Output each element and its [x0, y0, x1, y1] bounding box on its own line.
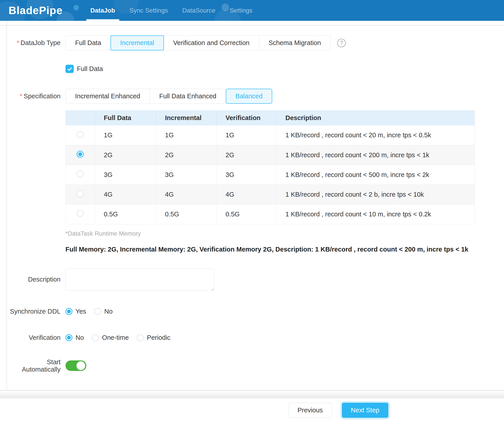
verification-periodic-option[interactable]: Periodic: [137, 334, 170, 341]
datajob-type-full-data-button[interactable]: Full Data: [66, 35, 111, 50]
header-bubble-decoration: [73, 5, 79, 10]
spec-table: Full Data Incremental Verification Descr…: [66, 110, 475, 224]
next-step-button[interactable]: Next Step: [342, 403, 388, 418]
toggle-knob: [77, 361, 85, 370]
spec-radio-4g[interactable]: [77, 190, 84, 197]
cell-full-data: 3G: [95, 165, 156, 185]
start-automatically-toggle[interactable]: [66, 360, 86, 371]
ddl-no-radio[interactable]: [94, 308, 101, 315]
spec-table-header-row: Full Data Incremental Verification Descr…: [66, 110, 475, 125]
spec-table-row-2g[interactable]: 2G 2G 2G 1 KB/record , record count < 20…: [66, 145, 475, 165]
verification-group: No One-time Periodic: [66, 334, 179, 341]
verification-label: Verification: [7, 334, 66, 341]
spec-table-row-3g[interactable]: 3G 3G 3G 1 KB/record , record count < 50…: [66, 165, 475, 185]
description-textarea[interactable]: [66, 268, 214, 291]
spec-col-incremental: Incremental: [156, 110, 216, 125]
app-root: BladePipe DataJob Sync Settings DataSour…: [0, 0, 504, 422]
ddl-yes-radio[interactable]: [66, 308, 72, 315]
start-automatically-row: Start Automatically: [7, 358, 504, 373]
verification-no-radio[interactable]: [66, 334, 72, 341]
nav-tab-sync-settings[interactable]: Sync Settings: [122, 0, 175, 21]
cell-verification: 4G: [216, 185, 276, 204]
cell-full-data: 1G: [95, 125, 156, 145]
verification-one-time-label: One-time: [102, 334, 129, 341]
full-data-checkbox-row[interactable]: Full Data: [66, 65, 504, 73]
cell-incremental: 2G: [156, 145, 216, 165]
nav-tab-settings[interactable]: Settings: [223, 0, 260, 21]
spec-radio-05g[interactable]: [77, 210, 84, 217]
datajob-type-label: *DataJob Type: [7, 39, 66, 47]
verification-no-option[interactable]: No: [66, 334, 84, 341]
cell-description: 1 KB/record , record count < 2 b, incre …: [276, 185, 475, 204]
datajob-type-schema-migration-button[interactable]: Schema Migration: [259, 35, 331, 50]
cell-verification: 3G: [216, 165, 276, 185]
cell-incremental: 1G: [156, 125, 216, 145]
cell-verification: 1G: [216, 125, 276, 145]
cell-full-data: 4G: [95, 185, 156, 204]
spec-col-radio: [66, 110, 95, 125]
specification-label: *Specification: [7, 93, 66, 100]
cell-verification: 2G: [216, 145, 276, 165]
spec-col-full-data: Full Data: [95, 110, 156, 125]
required-asterisk: *: [20, 93, 22, 100]
datajob-type-row: *DataJob Type Full Data Incremental Veri…: [7, 35, 504, 50]
full-data-checkbox-label: Full Data: [77, 65, 103, 73]
nav-tab-label: DataJob: [90, 7, 115, 14]
verification-periodic-label: Periodic: [147, 334, 170, 341]
cell-description: 1 KB/record , record count < 200 m, incr…: [276, 145, 475, 165]
nav-tab-label: DataSource: [182, 7, 216, 14]
cell-description: 1 KB/record , record count < 10 m, incre…: [276, 204, 475, 224]
datajob-form: *DataJob Type Full Data Incremental Veri…: [7, 25, 504, 373]
datajob-type-verification-button[interactable]: Verification and Correction: [164, 35, 259, 50]
help-icon[interactable]: ?: [337, 39, 346, 47]
panel-shadow: [0, 391, 504, 398]
spec-balanced-button[interactable]: Balanced: [226, 89, 272, 104]
cell-incremental: 0.5G: [156, 204, 216, 224]
cell-incremental: 3G: [156, 165, 216, 185]
verification-row: Verification No One-time Periodic: [7, 334, 504, 341]
verification-no-label: No: [76, 334, 84, 341]
nav-tab-datajob[interactable]: DataJob: [83, 0, 122, 21]
required-asterisk: *: [17, 39, 19, 46]
datatask-runtime-memory-note: *DataTask Runtime Memory: [66, 230, 504, 237]
spec-incremental-enhanced-button[interactable]: Incremental Enhanced: [66, 89, 150, 104]
full-data-checkbox[interactable]: [66, 65, 74, 73]
verification-one-time-radio[interactable]: [92, 334, 99, 341]
spec-radio-1g[interactable]: [77, 131, 84, 138]
previous-button[interactable]: Previous: [288, 403, 332, 418]
spec-table-row-05g[interactable]: 0.5G 0.5G 0.5G 1 KB/record , record coun…: [66, 204, 475, 224]
description-row: Description: [7, 268, 504, 291]
spec-full-data-enhanced-button[interactable]: Full Data Enhanced: [150, 89, 226, 104]
datajob-type-group: Full Data Incremental Verification and C…: [66, 35, 330, 50]
selected-spec-summary: Full Memory: 2G, Incremental Memory: 2G,…: [66, 246, 504, 253]
main-nav: DataJob Sync Settings DataSource Setting…: [83, 0, 260, 21]
nav-tab-datasource[interactable]: DataSource: [175, 0, 223, 21]
cell-full-data: 0.5G: [95, 204, 156, 224]
ddl-yes-label: Yes: [76, 308, 86, 315]
cell-full-data: 2G: [95, 145, 156, 165]
ddl-no-label: No: [104, 308, 113, 315]
ddl-yes-option[interactable]: Yes: [66, 308, 86, 315]
verification-periodic-radio[interactable]: [137, 334, 144, 341]
spec-radio-3g[interactable]: [77, 170, 84, 177]
bladepipe-logo[interactable]: BladePipe: [8, 4, 63, 17]
description-label: Description: [7, 276, 66, 283]
ddl-no-option[interactable]: No: [94, 308, 113, 315]
datajob-type-incremental-button[interactable]: Incremental: [111, 35, 164, 50]
spec-table-container: Full Data Incremental Verification Descr…: [66, 110, 475, 224]
cell-verification: 0.5G: [216, 204, 276, 224]
spec-table-row-4g[interactable]: 4G 4G 4G 1 KB/record , record count < 2 …: [66, 185, 475, 204]
nav-tab-label: Sync Settings: [130, 7, 168, 14]
specification-group: Incremental Enhanced Full Data Enhanced …: [66, 89, 272, 104]
spec-col-verification: Verification: [216, 110, 276, 125]
top-navigation-bar: BladePipe DataJob Sync Settings DataSour…: [0, 0, 504, 21]
synchronize-ddl-row: Synchronize DDL Yes No: [7, 308, 504, 315]
cell-description: 1 KB/record , record count < 500 m, incr…: [276, 165, 475, 185]
spec-table-row-1g[interactable]: 1G 1G 1G 1 KB/record , record count < 20…: [66, 125, 475, 145]
spec-radio-2g[interactable]: [77, 151, 84, 158]
specification-row: *Specification Incremental Enhanced Full…: [7, 89, 504, 104]
verification-one-time-option[interactable]: One-time: [92, 334, 129, 341]
nav-tab-label: Settings: [230, 7, 252, 14]
start-automatically-label: Start Automatically: [7, 358, 66, 373]
footer-actions: Previous Next Step: [288, 403, 388, 418]
